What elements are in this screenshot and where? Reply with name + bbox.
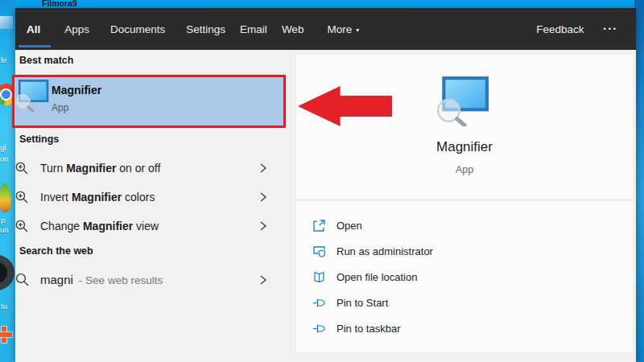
chevron-right-icon (259, 274, 267, 286)
settings-result-turn-on-off[interactable]: Turn Magnifier on or off (15, 154, 289, 183)
preview-type: App (296, 164, 633, 175)
search-flyout: All Apps Documents Settings Email Web Mo… (15, 8, 636, 362)
pin-icon (312, 296, 326, 310)
action-open-file-location[interactable]: Open file location (296, 264, 633, 290)
desktop-app-icon[interactable] (0, 16, 13, 29)
web-search-result[interactable]: magni- See web results (15, 265, 289, 294)
best-match-header: Best match (19, 55, 73, 66)
active-tab-underline (19, 45, 51, 47)
desktop-left-strip: le gl on p un tu (0, 0, 15, 362)
action-pin-to-start[interactable]: Pin to Start (296, 290, 633, 315)
web-query-suffix: - See web results (79, 274, 163, 286)
chevron-right-icon (259, 220, 267, 232)
tab-apps[interactable]: Apps (64, 23, 89, 35)
tab-documents[interactable]: Documents (110, 23, 165, 35)
feedback-button[interactable]: Feedback (536, 23, 584, 35)
search-filter-bar: All Apps Documents Settings Email Web Mo… (15, 8, 636, 50)
search-web-header: Search the web (19, 245, 93, 257)
best-match-item[interactable]: Magnifier App (14, 77, 283, 125)
annotation-red-box: Magnifier App (12, 75, 286, 128)
chevron-down-icon: ▾ (356, 27, 359, 34)
tab-web[interactable]: Web (282, 23, 304, 35)
zoom-in-icon (15, 162, 29, 175)
shield-icon (312, 245, 326, 258)
action-run-as-admin[interactable]: Run as administrator (296, 238, 633, 264)
action-pin-to-taskbar[interactable]: Pin to taskbar (296, 315, 633, 341)
desktop-icon-label: on (0, 155, 9, 163)
tab-email[interactable]: Email (240, 23, 267, 35)
desktop-icon-label: le (1, 56, 6, 64)
tab-all[interactable]: All (27, 23, 40, 35)
magnifier-app-icon-large (435, 76, 489, 126)
tab-more[interactable]: More▾ (327, 23, 359, 35)
best-match-type: App (52, 102, 68, 113)
action-open[interactable]: Open (296, 212, 633, 238)
tab-settings[interactable]: Settings (186, 23, 225, 35)
desktop-icon-label: p (1, 216, 5, 224)
search-icon (15, 273, 30, 287)
settings-result-change-view[interactable]: Change Magnifier view (15, 212, 289, 241)
desktop-icon-label: gl (0, 144, 6, 152)
best-match-title: Magnifier (52, 84, 101, 97)
screenshot-stage: le gl on p un tu Filmora9 All Apps Docum… (0, 0, 644, 362)
preview-title: Magnifier (296, 139, 633, 155)
pin-icon (312, 322, 326, 335)
desktop-icon-label-filmora: Filmora9 (42, 0, 77, 7)
plus-app-icon[interactable] (0, 327, 12, 343)
preview-divider (296, 199, 633, 201)
overflow-menu-button[interactable]: ••• (604, 25, 618, 33)
zoom-in-icon (15, 220, 29, 233)
chevron-right-icon (259, 191, 267, 203)
chevron-right-icon (259, 162, 267, 174)
magnifier-app-icon (14, 80, 49, 112)
folder-location-icon (312, 270, 326, 284)
parrot-app-icon[interactable] (0, 183, 11, 212)
desktop-icon-label: tu (1, 302, 7, 311)
settings-header: Settings (19, 134, 59, 145)
zoom-in-icon (15, 191, 29, 204)
preview-actions: Open Run as administrator Open file loca… (296, 212, 633, 341)
web-query: magni (40, 273, 73, 286)
open-icon (312, 219, 326, 232)
desktop-icon-label: un (0, 226, 9, 234)
dark-circle-app-icon[interactable] (0, 255, 14, 290)
settings-result-invert-colors[interactable]: Invert Magnifier colors (15, 183, 289, 212)
